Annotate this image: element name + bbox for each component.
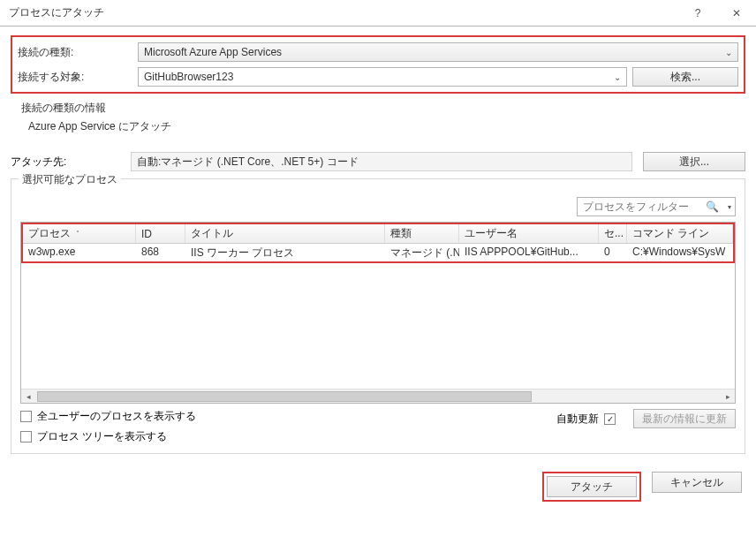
- connection-target-dropdown[interactable]: GitHubBrowser123 ⌄: [138, 67, 627, 87]
- close-icon[interactable]: ✕: [717, 0, 756, 26]
- sort-up-icon: ˄: [76, 230, 79, 238]
- chevron-down-icon: ▾: [728, 203, 731, 211]
- cell-user: IIS APPPOOL¥GitHub...: [459, 244, 599, 261]
- table-body-empty: [21, 263, 735, 389]
- cell-cmd: C:¥Windows¥SysW: [627, 244, 733, 261]
- attach-to-value: 自動:マネージド (.NET Core、.NET 5+) コード: [137, 155, 359, 170]
- checkbox-icon: [20, 411, 32, 422]
- select-button[interactable]: 選択...: [643, 152, 745, 171]
- chevron-down-icon: ⌄: [614, 72, 621, 82]
- column-id[interactable]: ID: [136, 224, 185, 243]
- scroll-left-icon[interactable]: ◂: [21, 392, 35, 401]
- checkbox-icon: [20, 431, 32, 442]
- column-cmd[interactable]: コマンド ライン: [627, 224, 733, 243]
- connection-highlight-box: 接続の種類: Microsoft Azure App Services ⌄ 接続…: [11, 35, 745, 94]
- cancel-button[interactable]: キャンセル: [652, 472, 742, 493]
- search-icon: 🔍: [706, 200, 719, 213]
- connection-target-label: 接続する対象:: [18, 70, 138, 85]
- cell-session: 0: [599, 244, 627, 261]
- show-all-users-checkbox[interactable]: 全ユーザーのプロセスを表示する: [20, 409, 196, 424]
- connection-type-label: 接続の種類:: [18, 45, 138, 60]
- horizontal-scrollbar[interactable]: ◂ ▸: [21, 389, 735, 403]
- attach-to-label: アタッチ先:: [11, 155, 131, 170]
- chevron-down-icon: ⌄: [725, 48, 732, 57]
- titlebar: プロセスにアタッチ ? ✕: [0, 0, 756, 26]
- table-row[interactable]: w3wp.exe 868 IIS ワーカー プロセス マネージド (.N... …: [23, 244, 733, 261]
- scroll-right-icon[interactable]: ▸: [721, 392, 735, 401]
- filter-placeholder: プロセスをフィルター: [583, 200, 689, 215]
- column-title[interactable]: タイトル: [185, 224, 385, 243]
- cell-id: 868: [136, 244, 185, 261]
- search-button[interactable]: 検索...: [632, 67, 738, 87]
- process-table: プロセス˄ ID タイトル 種類 ユーザー名 セ... コマンド ライン w3w…: [20, 222, 736, 404]
- cell-title: IIS ワーカー プロセス: [185, 244, 385, 261]
- process-filter-input[interactable]: プロセスをフィルター 🔍 ▾: [577, 197, 736, 216]
- table-header: プロセス˄ ID タイトル 種類 ユーザー名 セ... コマンド ライン: [23, 224, 733, 244]
- attach-button-highlight: アタッチ: [542, 472, 641, 502]
- column-type[interactable]: 種類: [385, 224, 459, 243]
- connection-target-value: GitHubBrowser123: [144, 71, 233, 83]
- connection-info-title: 接続の種類の情報: [21, 101, 742, 116]
- scroll-thumb[interactable]: [37, 391, 532, 402]
- refresh-button[interactable]: 最新の情報に更新: [633, 409, 736, 428]
- cell-process: w3wp.exe: [23, 244, 136, 261]
- column-process[interactable]: プロセス˄: [23, 224, 136, 243]
- connection-type-dropdown[interactable]: Microsoft Azure App Services ⌄: [138, 42, 738, 62]
- cell-type: マネージド (.N...: [385, 244, 459, 261]
- attach-button[interactable]: アタッチ: [547, 476, 637, 497]
- show-process-tree-checkbox[interactable]: プロセス ツリーを表示する: [20, 429, 196, 444]
- connection-info-text: Azure App Service にアタッチ: [28, 119, 742, 134]
- window-title: プロセスにアタッチ: [9, 5, 104, 20]
- group-legend: 選択可能なプロセス: [19, 172, 121, 187]
- help-icon[interactable]: ?: [678, 0, 717, 26]
- auto-update-checkbox[interactable]: 自動更新: [556, 412, 621, 427]
- attach-to-field: 自動:マネージド (.NET Core、.NET 5+) コード: [131, 152, 632, 171]
- checkbox-checked-icon: [604, 413, 616, 425]
- available-processes-group: 選択可能なプロセス プロセスをフィルター 🔍 ▾ プロセス˄ ID タイトル 種…: [11, 178, 745, 454]
- column-session[interactable]: セ...: [599, 224, 627, 243]
- column-user[interactable]: ユーザー名: [459, 224, 599, 243]
- connection-type-value: Microsoft Azure App Services: [144, 46, 282, 58]
